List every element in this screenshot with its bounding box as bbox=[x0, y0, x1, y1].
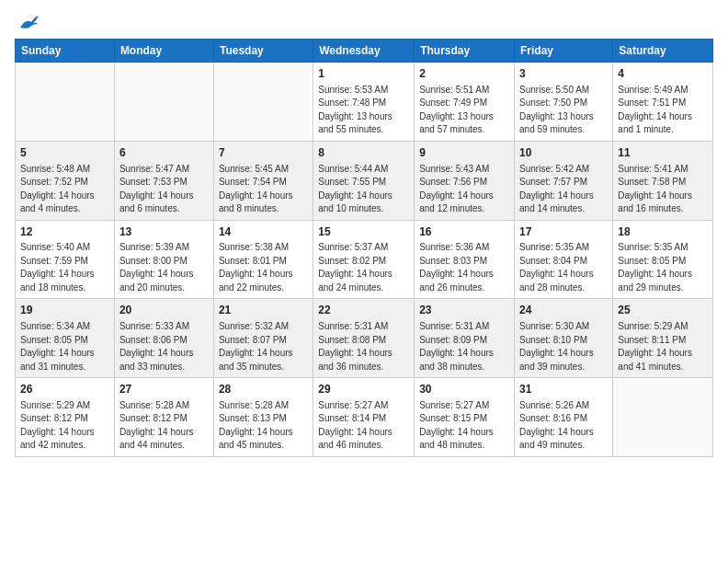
day-info: Sunrise: 5:27 AM Sunset: 8:15 PM Dayligh… bbox=[419, 399, 509, 453]
calendar-day-cell: 11Sunrise: 5:41 AM Sunset: 7:58 PM Dayli… bbox=[613, 141, 713, 220]
day-info: Sunrise: 5:37 AM Sunset: 8:02 PM Dayligh… bbox=[318, 241, 409, 294]
day-info: Sunrise: 5:29 AM Sunset: 8:12 PM Dayligh… bbox=[20, 399, 109, 453]
day-number: 27 bbox=[119, 382, 209, 397]
day-number: 23 bbox=[419, 303, 509, 318]
calendar-week-row: 19Sunrise: 5:34 AM Sunset: 8:05 PM Dayli… bbox=[16, 299, 713, 378]
day-info: Sunrise: 5:32 AM Sunset: 8:07 PM Dayligh… bbox=[219, 320, 308, 373]
calendar-day-cell: 14Sunrise: 5:38 AM Sunset: 8:01 PM Dayli… bbox=[213, 220, 313, 299]
day-info: Sunrise: 5:45 AM Sunset: 7:54 PM Dayligh… bbox=[219, 163, 308, 216]
day-number: 29 bbox=[318, 382, 409, 397]
day-of-week-header: Thursday bbox=[415, 40, 515, 63]
calendar-day-cell: 25Sunrise: 5:29 AM Sunset: 8:11 PM Dayli… bbox=[613, 299, 713, 378]
calendar-week-row: 12Sunrise: 5:40 AM Sunset: 7:59 PM Dayli… bbox=[16, 220, 713, 299]
calendar-day-cell bbox=[114, 63, 213, 142]
day-number: 26 bbox=[20, 382, 109, 397]
day-number: 21 bbox=[219, 303, 308, 318]
day-info: Sunrise: 5:33 AM Sunset: 8:06 PM Dayligh… bbox=[119, 320, 209, 373]
day-number: 20 bbox=[119, 303, 209, 318]
calendar-day-cell: 21Sunrise: 5:32 AM Sunset: 8:07 PM Dayli… bbox=[213, 299, 313, 378]
calendar-day-cell: 8Sunrise: 5:44 AM Sunset: 7:55 PM Daylig… bbox=[313, 141, 415, 220]
calendar-day-cell: 28Sunrise: 5:28 AM Sunset: 8:13 PM Dayli… bbox=[213, 378, 313, 457]
day-info: Sunrise: 5:35 AM Sunset: 8:04 PM Dayligh… bbox=[519, 241, 608, 294]
day-number: 19 bbox=[20, 303, 109, 318]
calendar-day-cell: 19Sunrise: 5:34 AM Sunset: 8:05 PM Dayli… bbox=[16, 299, 115, 378]
day-number: 18 bbox=[618, 224, 708, 240]
day-number: 1 bbox=[318, 66, 409, 82]
calendar-week-row: 5Sunrise: 5:48 AM Sunset: 7:52 PM Daylig… bbox=[16, 141, 713, 220]
calendar-day-cell: 5Sunrise: 5:48 AM Sunset: 7:52 PM Daylig… bbox=[16, 141, 115, 220]
day-number: 8 bbox=[318, 145, 409, 161]
day-number: 12 bbox=[20, 224, 109, 240]
day-info: Sunrise: 5:50 AM Sunset: 7:50 PM Dayligh… bbox=[519, 84, 608, 137]
calendar-day-cell: 2Sunrise: 5:51 AM Sunset: 7:49 PM Daylig… bbox=[415, 63, 515, 142]
day-info: Sunrise: 5:31 AM Sunset: 8:09 PM Dayligh… bbox=[419, 320, 509, 373]
calendar-day-cell: 15Sunrise: 5:37 AM Sunset: 8:02 PM Dayli… bbox=[313, 220, 415, 299]
day-number: 3 bbox=[519, 66, 608, 82]
calendar-day-cell bbox=[213, 63, 313, 142]
day-of-week-header: Wednesday bbox=[313, 40, 415, 63]
day-info: Sunrise: 5:28 AM Sunset: 8:12 PM Dayligh… bbox=[119, 399, 209, 453]
day-number: 28 bbox=[219, 382, 308, 397]
day-of-week-header: Friday bbox=[515, 40, 613, 63]
day-number: 7 bbox=[219, 145, 308, 161]
day-number: 30 bbox=[419, 382, 509, 397]
day-info: Sunrise: 5:34 AM Sunset: 8:05 PM Dayligh… bbox=[20, 320, 109, 373]
day-number: 15 bbox=[318, 224, 409, 240]
calendar-day-cell: 6Sunrise: 5:47 AM Sunset: 7:53 PM Daylig… bbox=[114, 141, 213, 220]
day-info: Sunrise: 5:48 AM Sunset: 7:52 PM Dayligh… bbox=[20, 163, 109, 216]
calendar-day-cell: 16Sunrise: 5:36 AM Sunset: 8:03 PM Dayli… bbox=[415, 220, 515, 299]
day-number: 17 bbox=[519, 224, 608, 240]
day-info: Sunrise: 5:40 AM Sunset: 7:59 PM Dayligh… bbox=[20, 241, 109, 294]
day-info: Sunrise: 5:41 AM Sunset: 7:58 PM Dayligh… bbox=[618, 163, 708, 216]
day-number: 22 bbox=[318, 303, 409, 318]
logo bbox=[15, 15, 40, 31]
day-info: Sunrise: 5:29 AM Sunset: 8:11 PM Dayligh… bbox=[618, 320, 708, 373]
calendar-day-cell: 31Sunrise: 5:26 AM Sunset: 8:16 PM Dayli… bbox=[515, 378, 613, 457]
day-number: 14 bbox=[219, 224, 308, 240]
day-info: Sunrise: 5:42 AM Sunset: 7:57 PM Dayligh… bbox=[519, 163, 608, 216]
day-number: 10 bbox=[519, 145, 608, 161]
day-number: 13 bbox=[119, 224, 209, 240]
calendar-day-cell: 18Sunrise: 5:35 AM Sunset: 8:05 PM Dayli… bbox=[613, 220, 713, 299]
calendar-week-row: 26Sunrise: 5:29 AM Sunset: 8:12 PM Dayli… bbox=[16, 378, 713, 457]
day-of-week-header: Saturday bbox=[613, 40, 713, 63]
calendar-day-cell: 17Sunrise: 5:35 AM Sunset: 8:04 PM Dayli… bbox=[515, 220, 613, 299]
calendar-table: SundayMondayTuesdayWednesdayThursdayFrid… bbox=[15, 39, 713, 457]
day-info: Sunrise: 5:30 AM Sunset: 8:10 PM Dayligh… bbox=[519, 320, 608, 373]
calendar-day-cell: 12Sunrise: 5:40 AM Sunset: 7:59 PM Dayli… bbox=[16, 220, 115, 299]
day-number: 5 bbox=[20, 145, 109, 161]
day-number: 31 bbox=[519, 382, 608, 397]
day-info: Sunrise: 5:47 AM Sunset: 7:53 PM Dayligh… bbox=[119, 163, 209, 216]
calendar-day-cell: 4Sunrise: 5:49 AM Sunset: 7:51 PM Daylig… bbox=[613, 63, 713, 142]
logo-bird-icon bbox=[18, 15, 39, 31]
day-info: Sunrise: 5:27 AM Sunset: 8:14 PM Dayligh… bbox=[318, 399, 409, 453]
day-number: 9 bbox=[419, 145, 509, 161]
day-info: Sunrise: 5:28 AM Sunset: 8:13 PM Dayligh… bbox=[219, 399, 308, 453]
day-number: 2 bbox=[419, 66, 509, 82]
day-number: 11 bbox=[618, 145, 708, 161]
page-header bbox=[15, 15, 713, 31]
day-info: Sunrise: 5:51 AM Sunset: 7:49 PM Dayligh… bbox=[419, 84, 509, 137]
calendar-day-cell: 30Sunrise: 5:27 AM Sunset: 8:15 PM Dayli… bbox=[415, 378, 515, 457]
day-of-week-header: Sunday bbox=[16, 40, 115, 63]
calendar-day-cell: 3Sunrise: 5:50 AM Sunset: 7:50 PM Daylig… bbox=[515, 63, 613, 142]
day-info: Sunrise: 5:44 AM Sunset: 7:55 PM Dayligh… bbox=[318, 163, 409, 216]
calendar-day-cell: 24Sunrise: 5:30 AM Sunset: 8:10 PM Dayli… bbox=[515, 299, 613, 378]
day-info: Sunrise: 5:43 AM Sunset: 7:56 PM Dayligh… bbox=[419, 163, 509, 216]
calendar-header-row: SundayMondayTuesdayWednesdayThursdayFrid… bbox=[16, 40, 713, 63]
day-info: Sunrise: 5:35 AM Sunset: 8:05 PM Dayligh… bbox=[618, 241, 708, 294]
calendar-day-cell: 23Sunrise: 5:31 AM Sunset: 8:09 PM Dayli… bbox=[415, 299, 515, 378]
calendar-day-cell bbox=[613, 378, 713, 457]
day-of-week-header: Monday bbox=[114, 40, 213, 63]
calendar-day-cell: 10Sunrise: 5:42 AM Sunset: 7:57 PM Dayli… bbox=[515, 141, 613, 220]
day-number: 6 bbox=[119, 145, 209, 161]
calendar-day-cell: 29Sunrise: 5:27 AM Sunset: 8:14 PM Dayli… bbox=[313, 378, 415, 457]
day-info: Sunrise: 5:36 AM Sunset: 8:03 PM Dayligh… bbox=[419, 241, 509, 294]
calendar-day-cell: 13Sunrise: 5:39 AM Sunset: 8:00 PM Dayli… bbox=[114, 220, 213, 299]
calendar-day-cell: 9Sunrise: 5:43 AM Sunset: 7:56 PM Daylig… bbox=[415, 141, 515, 220]
calendar-day-cell: 1Sunrise: 5:53 AM Sunset: 7:48 PM Daylig… bbox=[313, 63, 415, 142]
calendar-day-cell: 26Sunrise: 5:29 AM Sunset: 8:12 PM Dayli… bbox=[16, 378, 115, 457]
calendar-day-cell bbox=[16, 63, 115, 142]
day-info: Sunrise: 5:31 AM Sunset: 8:08 PM Dayligh… bbox=[318, 320, 409, 373]
day-number: 24 bbox=[519, 303, 608, 318]
